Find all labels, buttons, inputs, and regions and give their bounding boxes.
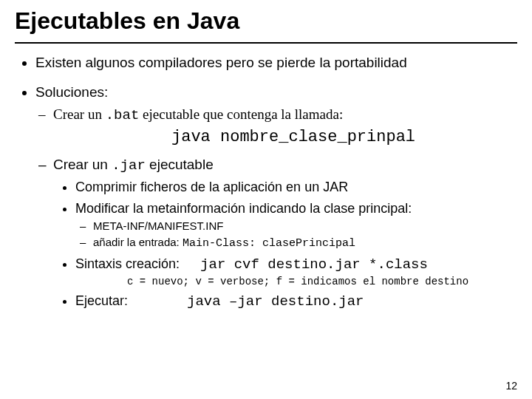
sub-3-label: Sintaxis creación: [75,256,180,271]
sub-dash-list: META-INF/MANIFEST.INF añadir la entrada:… [75,219,517,251]
sub-dash-2: añadir la entrada: Main-Class: clasePrin… [93,236,517,251]
d2-pre: Crear un [53,157,112,172]
d2-post: ejecutable [146,157,214,172]
sub-dash-1: META-INF/MANIFEST.INF [93,219,517,233]
sub-4: Ejecutar:java –jar destino.jar [75,293,517,311]
dash-2: Crear un .jar ejecutable Comprimir fiche… [53,156,517,311]
sub-disc-list: Comprimir ficheros de la aplicación en u… [53,179,517,311]
slide-title: Ejecutables en Java [15,7,517,38]
sub-3: Sintaxis creación:jar cvf destino.jar *.… [75,256,517,288]
sd2-code: Main-Class: clasePrincipal [183,237,355,250]
bullet-1: Existen algunos compiladores pero se pie… [35,54,517,72]
dash-1: Crear un .bat ejecutable que contenga la… [53,106,517,149]
d1-post: ejecutable que contenga la llamada: [139,106,343,122]
d1-pre: Crear un [53,106,106,122]
sub-2-text: Modificar la metainformación indicando l… [75,201,412,216]
sub-3-code: jar cvf destino.jar *.class [200,256,428,273]
command-1: java nombre_clase_prinpal [171,127,517,149]
title-rule [15,42,517,44]
sub-4-label: Ejecutar: [75,293,128,308]
bullet-list: Existen algunos compiladores pero se pie… [15,54,517,311]
sub-1: Comprimir ficheros de la aplicación en u… [75,179,517,196]
bullet-2: Soluciones: Crear un .bat ejecutable que… [35,83,517,311]
syntax-note: c = nuevo; v = verbose; f = indicamos el… [127,276,517,289]
sub-2: Modificar la metainformación indicando l… [75,200,517,251]
sub-4-code: java –jar destino.jar [187,293,364,310]
dash-list: Crear un .bat ejecutable que contenga la… [35,106,517,311]
d2-code: .jar [112,157,146,174]
page-number: 12 [505,380,517,392]
sd2-pre: añadir la entrada: [93,236,183,248]
bullet-2-text: Soluciones: [35,84,108,100]
d1-code: .bat [106,107,140,123]
